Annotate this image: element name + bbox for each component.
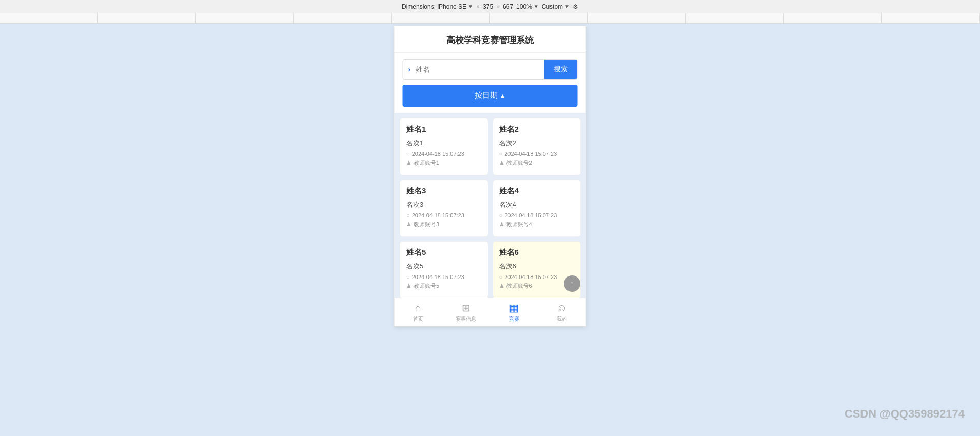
nav-item-records[interactable]: ▦ 竞赛 [490, 298, 538, 326]
zoom-value: 100% [516, 3, 532, 10]
ruler-segment [588, 13, 686, 23]
width-value: 375 [483, 3, 493, 10]
profile-nav-label: 我的 [557, 315, 567, 323]
ruler-segment [686, 13, 784, 23]
person-icon: ♟ [406, 221, 411, 228]
list-item[interactable]: 姓名5 名次5 ○ 2024-04-18 15:07:23 ♟ 教师账号5 [400, 241, 488, 298]
search-area: › 搜索 按日期 ▲ [395, 53, 586, 113]
zoom-control[interactable]: 100% ▼ [516, 3, 539, 10]
card-teacher: ♟ 教师账号4 [499, 221, 574, 228]
nav-item-list[interactable]: ⊞ 赛事信息 [442, 298, 490, 326]
card-rank: 名次4 [499, 200, 574, 209]
cards-container: 姓名1 名次1 ○ 2024-04-18 15:07:23 ♟ 教师账号1 姓名… [395, 113, 586, 298]
sort-button[interactable]: 按日期 ▲ [403, 85, 578, 107]
profile-nav-icon: ☺ [557, 302, 567, 314]
ruler-segment [784, 13, 882, 23]
device-label: Dimensions: iPhone SE [402, 3, 466, 10]
card-name: 姓名1 [406, 125, 482, 134]
list-item[interactable]: 姓名2 名次2 ○ 2024-04-18 15:07:23 ♟ 教师账号2 [492, 118, 581, 175]
ruler-segment [882, 13, 980, 23]
search-bar: › 搜索 [403, 59, 578, 80]
top-toolbar: Dimensions: iPhone SE ▼ × 375 × 667 100%… [0, 0, 980, 13]
scroll-top-button[interactable]: ↑ [564, 275, 580, 292]
card-teacher: ♟ 教师账号3 [406, 221, 482, 228]
search-button[interactable]: 搜索 [544, 60, 577, 79]
card-date: ○ 2024-04-18 15:07:23 [406, 212, 482, 219]
card-rank: 名次6 [499, 262, 574, 271]
home-nav-icon: ⌂ [415, 302, 421, 314]
card-name: 姓名3 [406, 186, 482, 196]
card-name: 姓名4 [499, 186, 574, 196]
clock-icon: ○ [406, 212, 410, 219]
person-icon: ♟ [406, 160, 411, 166]
card-rank: 名次1 [406, 138, 482, 148]
list-item[interactable]: 姓名1 名次1 ○ 2024-04-18 15:07:23 ♟ 教师账号1 [400, 118, 488, 175]
nav-item-home[interactable]: ⌂ 首页 [395, 298, 442, 326]
sort-button-label: 按日期 [475, 91, 498, 101]
height-value: 667 [503, 3, 513, 10]
width-control[interactable]: 375 [483, 3, 493, 10]
nav-item-profile[interactable]: ☺ 我的 [538, 298, 585, 326]
records-nav-label: 竞赛 [509, 315, 519, 323]
custom-label: Custom [542, 3, 563, 10]
custom-chevron-icon: ▼ [564, 4, 570, 9]
card-name: 姓名6 [499, 248, 574, 257]
card-rank: 名次2 [499, 138, 574, 148]
card-name: 姓名2 [499, 125, 574, 134]
card-date: ○ 2024-04-18 15:07:23 [499, 212, 574, 219]
sort-arrow-icon: ▲ [500, 92, 506, 100]
person-icon: ♟ [406, 283, 411, 289]
app-title: 高校学科竞赛管理系统 [446, 35, 534, 45]
ruler-segment [98, 13, 196, 23]
card-date: ○ 2024-04-18 15:07:23 [406, 274, 482, 280]
ruler-segment [0, 13, 98, 23]
clock-icon: ○ [406, 151, 410, 157]
search-input[interactable] [416, 60, 544, 78]
ruler-bar [0, 13, 980, 24]
bottom-nav: ⌂ 首页 ⊞ 赛事信息 ▦ 竞赛 ☺ 我的 [395, 298, 586, 326]
phone-container: 高校学科竞赛管理系统 › 搜索 按日期 ▲ 姓名1 名次1 ○ 2024-04-… [394, 26, 586, 327]
device-selector[interactable]: Dimensions: iPhone SE ▼ [402, 3, 473, 10]
clock-icon: ○ [499, 274, 502, 280]
app-header: 高校学科竞赛管理系统 [395, 26, 586, 53]
clock-icon: ○ [499, 212, 502, 219]
ruler-segment [196, 13, 294, 23]
watermark: CSDN @QQ359892174 [845, 407, 965, 421]
card-teacher: ♟ 教师账号2 [499, 159, 574, 167]
card-rank: 名次5 [406, 262, 482, 271]
card-teacher: ♟ 教师账号5 [406, 282, 482, 290]
device-chevron-icon: ▼ [468, 4, 473, 9]
card-date: ○ 2024-04-18 15:07:23 [406, 151, 482, 157]
toolbar-separator2: × [496, 3, 500, 10]
records-nav-icon: ▦ [509, 302, 519, 314]
zoom-chevron-icon: ▼ [534, 4, 539, 9]
card-teacher: ♟ 教师账号6 [499, 282, 574, 290]
list-nav-label: 赛事信息 [456, 315, 476, 323]
settings-icon[interactable]: ⚙ [573, 3, 578, 10]
custom-control[interactable]: Custom ▼ [542, 3, 570, 10]
card-name: 姓名5 [406, 248, 482, 257]
person-icon: ♟ [499, 283, 504, 289]
search-bar-arrow-icon: › [403, 65, 416, 73]
ruler-segment [490, 13, 588, 23]
ruler-segment [294, 13, 392, 23]
card-rank: 名次3 [406, 200, 482, 209]
clock-icon: ○ [499, 151, 502, 157]
list-item[interactable]: 姓名3 名次3 ○ 2024-04-18 15:07:23 ♟ 教师账号3 [400, 180, 488, 237]
ruler-segment [392, 13, 490, 23]
person-icon: ♟ [499, 160, 504, 166]
person-icon: ♟ [499, 221, 504, 228]
card-date: ○ 2024-04-18 15:07:23 [499, 151, 574, 157]
card-teacher: ♟ 教师账号1 [406, 159, 482, 167]
list-nav-icon: ⊞ [462, 302, 471, 314]
toolbar-separator: × [476, 3, 480, 10]
card-date: ○ 2024-04-18 15:07:23 [499, 274, 574, 280]
height-control[interactable]: 667 [503, 3, 513, 10]
list-item[interactable]: 姓名4 名次4 ○ 2024-04-18 15:07:23 ♟ 教师账号4 [492, 180, 581, 237]
clock-icon: ○ [406, 274, 410, 280]
home-nav-label: 首页 [413, 315, 423, 323]
